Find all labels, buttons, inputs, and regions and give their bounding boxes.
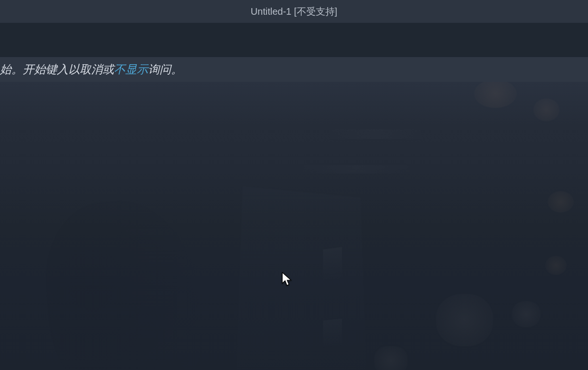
- background-artifact: [323, 319, 342, 349]
- mouse-cursor-icon: [282, 272, 292, 286]
- editor-window: Untitled-1 [不受支持] 始。开始键入以取消或 不显示 询问。: [0, 0, 588, 370]
- background-artifact: [533, 98, 560, 121]
- editor-content-area[interactable]: [0, 82, 588, 370]
- background-artifact: [374, 346, 408, 370]
- background-artifact: [39, 195, 208, 370]
- editor-prompt-bar[interactable]: 始。开始键入以取消或 不显示 询问。: [0, 57, 588, 82]
- prompt-text-prefix: 始。开始键入以取消或: [0, 62, 114, 77]
- tab-bar: [0, 23, 588, 57]
- background-artifact: [474, 82, 517, 108]
- background-artifact: [228, 186, 375, 370]
- background-artifact: [512, 301, 541, 327]
- background-artifact: [294, 165, 418, 174]
- background-artifact: [545, 256, 567, 275]
- prompt-text-suffix: 询问。: [148, 62, 182, 77]
- dont-show-link[interactable]: 不显示: [114, 62, 148, 77]
- window-title: Untitled-1 [不受支持]: [251, 5, 337, 18]
- title-bar[interactable]: Untitled-1 [不受支持]: [0, 0, 588, 23]
- background-artifact: [323, 247, 342, 283]
- background-artifact: [323, 129, 427, 139]
- background-artifact: [436, 294, 493, 346]
- background-artifact: [548, 191, 574, 213]
